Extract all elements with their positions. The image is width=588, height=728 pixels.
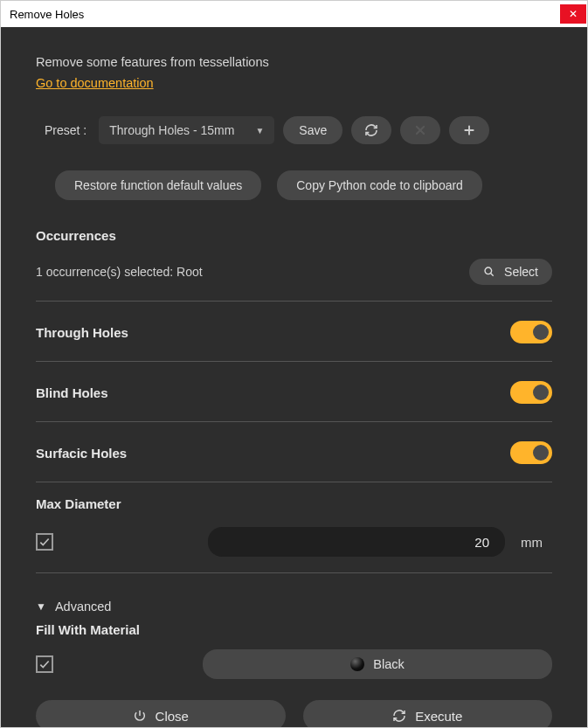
through-holes-label: Through Holes: [36, 325, 128, 340]
max-diameter-input[interactable]: [208, 527, 505, 557]
preset-row: Preset : Through Holes - 15mm ▼ Save: [36, 116, 552, 144]
advanced-toggle[interactable]: ▼ Advanced: [36, 600, 552, 614]
svg-line-5: [491, 274, 494, 276]
advanced-label: Advanced: [55, 600, 112, 614]
divider: [36, 301, 552, 302]
blind-holes-toggle[interactable]: [510, 381, 552, 404]
blind-holes-row: Blind Holes: [36, 376, 552, 414]
preset-selected: Through Holes - 15mm: [109, 123, 234, 137]
blind-holes-label: Blind Holes: [36, 385, 108, 400]
action-row: Restore function default values Copy Pyt…: [36, 170, 552, 200]
select-occurrences-button[interactable]: Select: [469, 259, 552, 285]
max-diameter-row: mm: [36, 527, 552, 557]
close-icon: ✕: [569, 8, 578, 20]
restore-defaults-button[interactable]: Restore function default values: [55, 170, 261, 200]
surfacic-holes-label: Surfacic Holes: [36, 446, 127, 461]
material-selected: Black: [373, 657, 404, 671]
fill-material-checkbox[interactable]: [36, 655, 53, 673]
occurrences-heading: Occurrences: [36, 228, 552, 243]
divider: [36, 421, 552, 422]
window-title: Remove Holes: [10, 8, 84, 21]
max-diameter-label: Max Diameter: [36, 496, 552, 511]
toggle-knob: [533, 445, 549, 461]
titlebar: Remove Holes ✕: [1, 1, 587, 27]
chevron-down-icon: ▼: [36, 600, 46, 613]
refresh-icon: [364, 123, 378, 137]
through-holes-toggle[interactable]: [510, 321, 552, 343]
power-icon: [133, 709, 147, 723]
preset-save-button[interactable]: Save: [283, 116, 342, 144]
search-icon: [483, 266, 495, 278]
max-diameter-unit: mm: [521, 535, 552, 550]
occurrences-status: 1 occurrence(s) selected: Root: [36, 265, 203, 279]
dialog-subtitle: Remove some features from tessellations: [36, 55, 552, 69]
plus-icon: [463, 124, 475, 136]
window-close-button[interactable]: ✕: [560, 4, 586, 24]
preset-delete-button[interactable]: [400, 116, 440, 144]
fill-material-row: Black: [36, 649, 552, 679]
refresh-icon: [392, 709, 406, 723]
occurrences-row: 1 occurrence(s) selected: Root Select: [36, 259, 552, 285]
svg-point-4: [485, 267, 492, 274]
material-dropdown[interactable]: Black: [203, 649, 552, 679]
preset-add-button[interactable]: [449, 116, 489, 144]
fill-material-label: Fill With Material: [36, 622, 552, 637]
dialog-window: Remove Holes ✕ Remove some features from…: [0, 0, 588, 728]
check-icon: [38, 658, 51, 670]
execute-button[interactable]: Execute: [303, 700, 553, 727]
material-swatch-icon: [350, 657, 364, 671]
dialog-footer: Close Execute: [36, 679, 552, 727]
toggle-knob: [533, 324, 549, 340]
divider: [36, 361, 552, 362]
through-holes-row: Through Holes: [36, 315, 552, 354]
toggle-knob: [533, 385, 549, 400]
close-button[interactable]: Close: [36, 700, 286, 727]
check-icon: [38, 536, 51, 548]
divider: [36, 572, 552, 573]
preset-label: Preset :: [45, 123, 86, 137]
copy-python-button[interactable]: Copy Python code to clipboard: [277, 170, 482, 200]
surfacic-holes-row: Surfacic Holes: [36, 436, 552, 475]
max-diameter-checkbox[interactable]: [36, 533, 53, 551]
preset-dropdown[interactable]: Through Holes - 15mm ▼: [99, 116, 274, 144]
documentation-link[interactable]: Go to documentation: [36, 76, 552, 90]
dialog-body: Remove some features from tessellations …: [1, 27, 587, 727]
divider: [36, 482, 552, 482]
execute-button-label: Execute: [415, 709, 462, 724]
delete-icon: [414, 124, 426, 136]
preset-refresh-button[interactable]: [351, 116, 391, 144]
close-button-label: Close: [156, 709, 189, 724]
select-button-label: Select: [504, 265, 538, 279]
chevron-down-icon: ▼: [255, 126, 264, 135]
surfacic-holes-toggle[interactable]: [510, 441, 552, 464]
